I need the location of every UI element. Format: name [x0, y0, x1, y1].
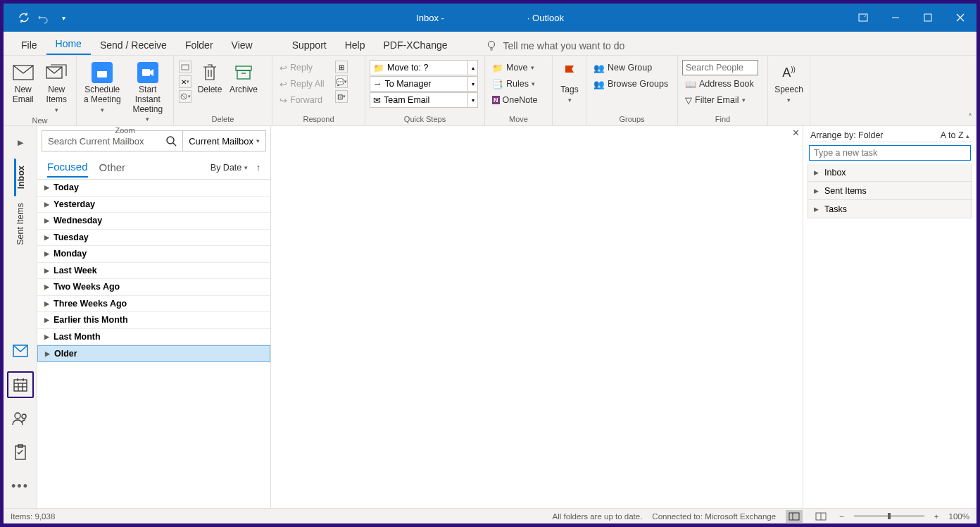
- envelope-stack-icon: [45, 61, 68, 84]
- close-icon[interactable]: [944, 4, 976, 32]
- envelope-icon: [12, 61, 34, 84]
- task-folder-inbox[interactable]: ▶Inbox: [808, 163, 972, 182]
- qat-dropdown-icon[interactable]: ▾: [57, 11, 70, 24]
- reply-all-button[interactable]: ↩Reply All: [277, 76, 332, 92]
- archive-button[interactable]: Archive: [227, 60, 260, 97]
- zoom-level[interactable]: 100%: [949, 512, 969, 521]
- rules-button[interactable]: 📑Rules▾: [489, 76, 548, 92]
- todo-pane: Arrange by: Folder A to Z ▴ ▶Inbox ▶Sent…: [803, 126, 976, 508]
- new-email-button[interactable]: New Email: [8, 60, 39, 106]
- cleanup-icon[interactable]: ✕▾: [179, 75, 191, 88]
- task-folder-sent[interactable]: ▶Sent Items: [808, 182, 972, 200]
- quickstep-team-email[interactable]: ✉Team Email: [370, 92, 468, 108]
- search-scope-dropdown[interactable]: Current Mailbox▾: [183, 130, 266, 151]
- mail-nav-icon[interactable]: [7, 337, 34, 364]
- sort-by-dropdown[interactable]: By Date ▾ ↑: [211, 163, 260, 173]
- reply-button[interactable]: ↩Reply: [277, 60, 332, 75]
- more-respond-icon[interactable]: ⊡▾: [335, 90, 348, 103]
- group-move-label: Move: [489, 113, 548, 125]
- tab-support[interactable]: Support: [283, 35, 336, 55]
- sort-direction-icon[interactable]: ↑: [256, 163, 260, 173]
- other-tab[interactable]: Other: [99, 158, 126, 177]
- new-items-button[interactable]: New Items▾: [42, 60, 73, 115]
- folder-sent[interactable]: Sent Items: [15, 196, 25, 252]
- sync-icon[interactable]: [18, 11, 30, 24]
- reading-view-icon[interactable]: [812, 510, 829, 523]
- speech-icon: A)): [778, 61, 800, 84]
- zoom-in-icon[interactable]: +: [934, 512, 939, 521]
- svg-point-5: [488, 42, 494, 48]
- zoom-out-icon[interactable]: −: [839, 512, 844, 521]
- quickstep-scroll-down[interactable]: ▾: [468, 76, 478, 92]
- tab-view[interactable]: View: [222, 35, 262, 55]
- group-earlier-month[interactable]: ▶Earlier this Month: [37, 312, 270, 329]
- tab-home[interactable]: Home: [46, 34, 91, 55]
- instant-meeting-button[interactable]: Start Instant Meeting▾: [127, 60, 170, 125]
- chevron-right-icon: ▶: [44, 267, 49, 274]
- zoom-slider[interactable]: [854, 515, 924, 517]
- tab-send-receive[interactable]: Send / Receive: [91, 35, 176, 55]
- junk-icon[interactable]: ▾: [179, 90, 191, 103]
- normal-view-icon[interactable]: [786, 510, 803, 523]
- speech-button[interactable]: A)) Speech▾: [772, 60, 805, 105]
- im-reply-icon[interactable]: 💬▾: [335, 75, 348, 88]
- tell-me-search[interactable]: Tell me what you want to do: [478, 37, 632, 55]
- group-yesterday[interactable]: ▶Yesterday: [37, 197, 270, 213]
- new-task-input[interactable]: [809, 145, 971, 161]
- tab-folder[interactable]: Folder: [176, 35, 222, 55]
- ignore-icon[interactable]: [179, 61, 191, 73]
- delete-button[interactable]: Delete: [195, 60, 225, 97]
- group-monday[interactable]: ▶Monday: [37, 246, 270, 263]
- tags-button[interactable]: Tags▾: [557, 60, 582, 105]
- expand-folder-pane-icon[interactable]: ▶: [14, 129, 27, 156]
- lightbulb-icon: [485, 39, 498, 52]
- arrange-by-button[interactable]: Arrange by: Folder: [810, 130, 884, 140]
- folder-inbox[interactable]: Inbox: [14, 159, 26, 196]
- browse-groups-button[interactable]: 👥Browse Groups: [591, 76, 671, 92]
- svg-rect-2: [924, 14, 931, 21]
- minimize-icon[interactable]: [879, 4, 912, 32]
- tab-file[interactable]: File: [12, 35, 46, 55]
- group-tuesday[interactable]: ▶Tuesday: [37, 230, 270, 247]
- schedule-meeting-button[interactable]: Schedule a Meeting▾: [81, 60, 124, 115]
- sort-order-button[interactable]: A to Z ▴: [941, 130, 969, 140]
- forward-button[interactable]: ↪Forward: [277, 92, 332, 108]
- more-nav-icon[interactable]: •••: [7, 473, 34, 500]
- address-book-button[interactable]: 📖Address Book: [682, 76, 758, 92]
- group-wednesday[interactable]: ▶Wednesday: [37, 213, 270, 230]
- onenote-button[interactable]: NOneNote: [489, 92, 548, 108]
- close-reading-icon[interactable]: ✕: [792, 128, 800, 138]
- tab-pdf-xchange[interactable]: PDF-XChange: [375, 35, 457, 55]
- tab-help[interactable]: Help: [336, 35, 375, 55]
- group-two-weeks[interactable]: ▶Two Weeks Ago: [37, 279, 270, 296]
- quickstep-move-to[interactable]: 📁Move to: ?: [370, 60, 468, 75]
- focused-tab[interactable]: Focused: [47, 157, 88, 178]
- move-button[interactable]: 📁Move▾: [489, 60, 548, 75]
- tasks-nav-icon[interactable]: [7, 439, 34, 466]
- filter-email-button[interactable]: ▽Filter Email▾: [682, 92, 758, 108]
- folder-move-icon: 📁: [373, 63, 384, 73]
- group-last-month[interactable]: ▶Last Month: [37, 329, 270, 346]
- new-group-icon: 👥: [593, 63, 605, 73]
- task-folder-tasks[interactable]: ▶Tasks: [808, 200, 972, 218]
- ribbon-display-icon[interactable]: [847, 4, 879, 32]
- group-last-week[interactable]: ▶Last Week: [37, 263, 270, 280]
- calendar-nav-icon[interactable]: [7, 371, 34, 398]
- quickstep-expand[interactable]: ▾: [468, 92, 478, 108]
- quickstep-scroll-up[interactable]: ▴: [468, 60, 478, 75]
- browse-groups-icon: 👥: [593, 79, 605, 89]
- group-older[interactable]: ▶Older: [37, 345, 270, 362]
- people-nav-icon[interactable]: [7, 405, 34, 432]
- chevron-right-icon: ▶: [814, 169, 819, 176]
- maximize-icon[interactable]: [912, 4, 944, 32]
- group-three-weeks[interactable]: ▶Three Weeks Ago: [37, 296, 270, 313]
- address-book-icon: 📖: [685, 79, 696, 89]
- quickstep-to-manager[interactable]: →To Manager: [370, 76, 468, 92]
- search-people-input[interactable]: [682, 60, 758, 75]
- collapse-ribbon-icon[interactable]: ˄: [968, 113, 972, 123]
- chevron-right-icon: ▶: [44, 184, 49, 191]
- undo-icon[interactable]: [37, 11, 50, 24]
- new-group-button[interactable]: 👥New Group: [591, 60, 671, 75]
- group-today[interactable]: ▶Today: [37, 180, 270, 197]
- meeting-reply-icon[interactable]: ⊞: [335, 61, 348, 73]
